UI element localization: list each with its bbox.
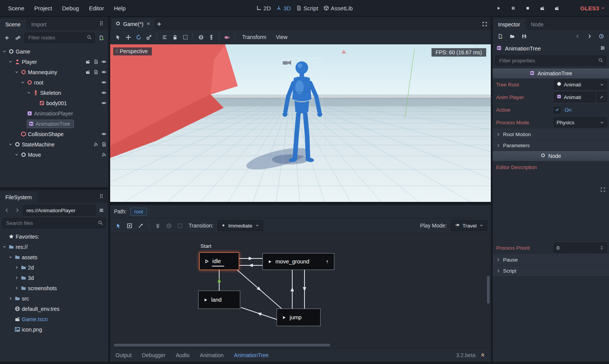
renderer-selector[interactable]: GLES3 (580, 5, 605, 11)
add-node-button[interactable] (2, 33, 11, 42)
history-forward-icon[interactable] (13, 206, 22, 215)
workspace-3d[interactable]: 3D (276, 5, 291, 11)
lock-button[interactable] (170, 32, 179, 42)
select-tool[interactable] (113, 32, 122, 42)
instance-scene-button[interactable] (13, 33, 23, 42)
group-pause[interactable]: Pause (493, 254, 609, 265)
tree-collapse-icon[interactable] (8, 142, 13, 146)
object-history-button[interactable] (597, 32, 606, 41)
sun-environment-button[interactable] (196, 32, 205, 42)
menu-help[interactable]: Help (109, 5, 131, 11)
script-icon[interactable] (93, 59, 98, 64)
dock-menu-icon[interactable] (97, 192, 106, 201)
scene-tree-row[interactable]: body001 (0, 98, 108, 108)
filesystem-row[interactable]: icon.png (0, 324, 108, 335)
current-path-field[interactable]: res://AnimationPlayer (23, 205, 96, 216)
new-resource-button[interactable] (496, 32, 505, 41)
tree-expand-icon[interactable] (14, 265, 19, 270)
tab-game-scene[interactable]: Game(*) (112, 18, 155, 30)
state-node-jump[interactable]: jump (277, 309, 321, 326)
menu-transform[interactable]: Transform (238, 34, 270, 40)
category-node[interactable]: Node (493, 151, 609, 161)
workspace-script[interactable]: Script (296, 5, 318, 11)
filesystem-row[interactable]: screenshots (0, 283, 108, 293)
eye-icon[interactable] (101, 59, 106, 64)
tab-filesystem[interactable]: FileSystem (0, 192, 37, 203)
next-object-button[interactable] (585, 32, 594, 41)
statusbar-debugger[interactable]: Debugger (142, 352, 166, 358)
clapper-icon[interactable] (85, 70, 90, 75)
skeleton-options-button[interactable] (207, 32, 216, 42)
select-node-tool[interactable] (114, 221, 123, 230)
group-parameters[interactable]: Parameters (493, 140, 609, 151)
path-root-chip[interactable]: root (130, 208, 147, 216)
tree-root-value[interactable]: Animati (554, 80, 607, 89)
signal-icon[interactable] (93, 142, 98, 147)
spinner-icon[interactable] (599, 245, 604, 250)
scene-tree-row[interactable]: root (0, 77, 108, 88)
filesystem-row[interactable]: 3d (0, 273, 108, 283)
filesystem-row[interactable]: 2d (0, 262, 108, 273)
state-node-move_ground[interactable]: move_ground (262, 253, 334, 270)
tree-collapse-icon[interactable] (14, 70, 19, 74)
scene-tree-row[interactable]: CollisionShape (0, 129, 108, 139)
history-back-icon[interactable] (2, 206, 11, 215)
pin-icon[interactable] (325, 260, 329, 264)
tree-expand-icon[interactable] (8, 296, 13, 301)
process-mode-dropdown[interactable]: Physics (554, 117, 607, 127)
statusbar-animation[interactable]: Animation (200, 352, 223, 358)
expand-description-icon[interactable] (600, 187, 606, 194)
tree-expand-icon[interactable] (14, 276, 19, 280)
play-button[interactable] (494, 3, 503, 13)
search-files-input[interactable] (5, 220, 96, 226)
auto-advance-button[interactable] (164, 221, 173, 230)
filesystem-row[interactable]: default_env.tres (0, 304, 108, 314)
tree-expand-icon[interactable] (14, 286, 19, 290)
statusbar-audio[interactable]: Audio (176, 352, 190, 358)
selected-node-box[interactable]: AnimationTree (27, 120, 74, 128)
perspective-menu[interactable]: Perspective (113, 47, 152, 55)
menu-view[interactable]: View (272, 34, 291, 40)
rotate-tool[interactable] (134, 32, 143, 42)
inspector-tools-icon[interactable] (600, 45, 606, 52)
delete-node-button[interactable] (153, 221, 162, 230)
tab-node[interactable]: Node (526, 19, 549, 30)
tree-collapse-icon[interactable] (14, 153, 19, 157)
editor-description-textarea[interactable] (493, 173, 609, 242)
horizontal-scrollbar[interactable] (114, 344, 330, 346)
menu-debug[interactable]: Debug (57, 5, 84, 11)
script-icon[interactable] (101, 142, 106, 147)
filter-properties-input[interactable] (498, 57, 596, 64)
move-tool[interactable] (124, 32, 133, 42)
statusbar-animationtree[interactable]: AnimationTree (234, 352, 269, 358)
group-button[interactable] (181, 32, 190, 42)
anim-player-value[interactable]: Animati (554, 92, 595, 102)
filesystem-row[interactable]: res:// (0, 242, 108, 252)
expand-bottom-panel-icon[interactable] (480, 352, 485, 359)
scene-tree-row[interactable]: AnimationTree (0, 119, 108, 129)
menu-scene[interactable]: Scene (3, 5, 29, 11)
group-script[interactable]: Script (493, 265, 609, 276)
play-custom-scene-button[interactable] (552, 3, 561, 13)
attach-script-button[interactable] (97, 33, 106, 42)
tree-collapse-icon[interactable] (8, 255, 13, 259)
vertical-scrollbar[interactable] (487, 276, 490, 304)
scene-tree-row[interactable]: Move (0, 150, 108, 160)
camera-preview-button[interactable] (222, 32, 231, 42)
tree-collapse-icon[interactable] (26, 91, 31, 95)
clapper-icon[interactable] (85, 59, 90, 64)
eye-icon[interactable] (101, 70, 106, 75)
active-checkbox[interactable] (554, 107, 560, 113)
statusbar-output[interactable]: Output (116, 352, 132, 358)
assign-node-path-button[interactable] (597, 92, 607, 102)
signal-icon[interactable] (101, 152, 106, 157)
dock-menu-icon[interactable] (97, 19, 106, 28)
filesystem-row[interactable]: Game.tscn (0, 314, 108, 324)
end-node-button[interactable] (175, 221, 184, 230)
scene-tree-row[interactable]: AnimationPlayer (0, 108, 108, 119)
state-machine-graph[interactable]: Startidlemove_groundlandjump (110, 233, 491, 348)
filter-nodes-input[interactable] (28, 34, 85, 41)
active-on-label[interactable]: On (565, 107, 572, 113)
eye-icon[interactable] (101, 80, 106, 85)
eye-icon[interactable] (101, 90, 106, 95)
